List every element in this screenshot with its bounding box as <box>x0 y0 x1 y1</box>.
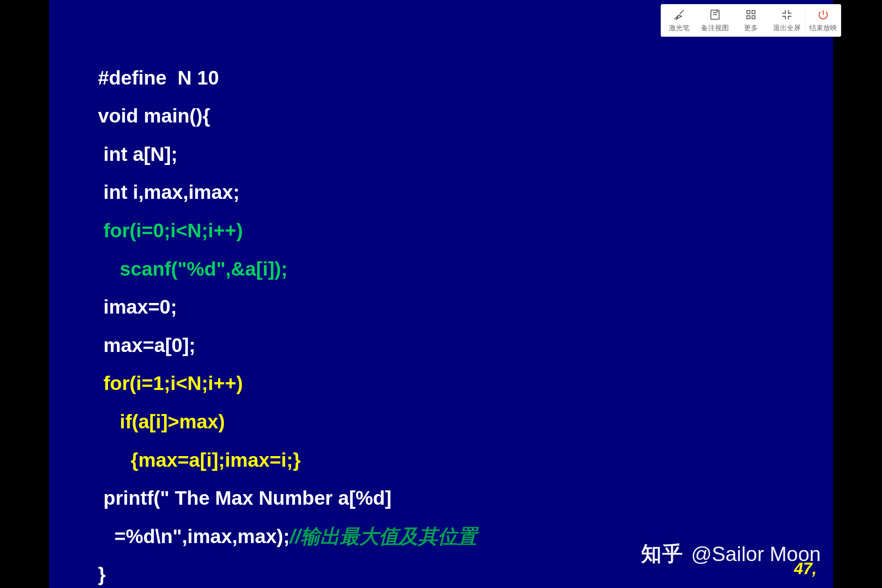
code-line: int i,max,imax; <box>98 181 240 203</box>
code-line: if(a[i]>max) <box>98 411 225 432</box>
code-line: for(i=0;i<N;i++) <box>98 220 243 241</box>
toolbar-label: 激光笔 <box>669 23 690 33</box>
code-line: int a[N]; <box>98 143 178 165</box>
laser-pointer-button[interactable]: 激光笔 <box>661 4 697 36</box>
svg-rect-1 <box>747 11 750 14</box>
code-line: =%d\n",imax,max); <box>98 526 290 547</box>
svg-rect-2 <box>752 11 755 14</box>
svg-rect-3 <box>747 16 750 19</box>
notes-icon <box>709 9 721 21</box>
exit-fullscreen-button[interactable]: 退出全屏 <box>769 4 805 36</box>
svg-rect-4 <box>752 16 755 19</box>
end-show-button[interactable]: 结束放映 <box>805 4 841 36</box>
zhihu-logo: 知乎 <box>641 540 684 568</box>
toolbar-label: 备注视图 <box>701 23 729 33</box>
toolbar-label: 退出全屏 <box>773 23 801 33</box>
code-line: #define N 10 <box>98 67 219 89</box>
toolbar-label: 更多 <box>744 23 758 33</box>
slide-canvas: #define N 10 void main(){ int a[N]; int … <box>49 0 833 588</box>
notes-view-button[interactable]: 备注视图 <box>697 4 733 36</box>
code-line: imax=0; <box>98 296 177 318</box>
code-block: #define N 10 void main(){ int a[N]; int … <box>98 20 800 588</box>
grid-icon <box>745 9 757 21</box>
laser-pointer-icon <box>673 9 685 21</box>
code-comment: //输出最大值及其位置 <box>290 526 477 547</box>
exit-fullscreen-icon <box>781 9 793 21</box>
power-icon <box>817 9 829 21</box>
watermark: 知乎 @Sailor Moon <box>641 540 821 568</box>
code-line: max=a[0]; <box>98 334 196 356</box>
code-line: scanf("%d",&a[i]); <box>98 258 287 280</box>
toolbar-label: 结束放映 <box>809 23 837 33</box>
code-line: } <box>98 564 106 585</box>
code-line: printf(" The Max Number a[%d] <box>98 487 392 509</box>
code-line: for(i=1;i<N;i++) <box>98 372 243 394</box>
more-button[interactable]: 更多 <box>733 4 769 36</box>
watermark-author: @Sailor Moon <box>691 542 821 566</box>
presentation-toolbar: 激光笔 备注视图 更多 退出全屏 <box>661 4 841 37</box>
code-line: {max=a[i];imax=i;} <box>98 449 301 471</box>
code-line: void main(){ <box>98 105 210 127</box>
